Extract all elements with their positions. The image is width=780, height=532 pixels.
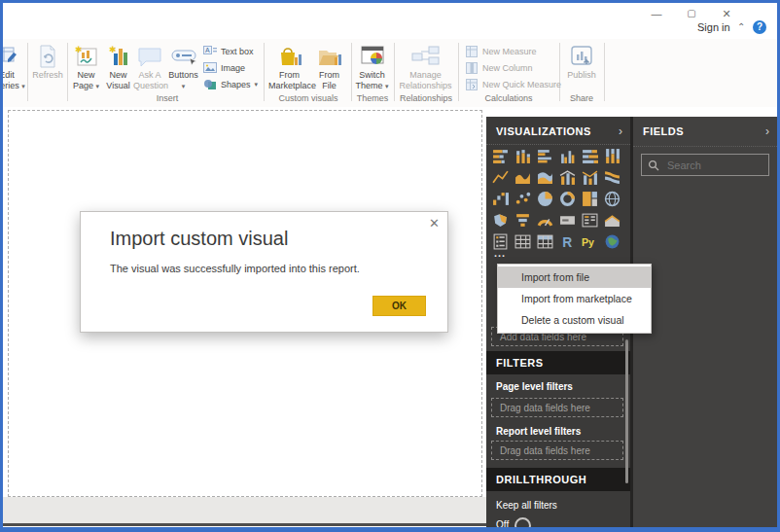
gauge-icon[interactable] (537, 212, 553, 229)
group-label-themes: Themes (345, 93, 400, 103)
report-level-filters-label: Report level filters (496, 426, 581, 437)
divider (486, 144, 630, 145)
collapse-panel-chevron-icon[interactable]: › (765, 124, 769, 138)
100-stacked-column-chart-icon[interactable] (604, 148, 620, 164)
multi-row-card-icon[interactable] (582, 212, 598, 229)
import-custom-visual-dialog: ✕ Import custom visual The visual was su… (80, 211, 448, 333)
search-input[interactable] (665, 159, 766, 172)
card-icon[interactable] (559, 212, 576, 229)
search-icon (648, 160, 659, 171)
100-stacked-bar-chart-icon[interactable] (582, 148, 598, 164)
python-visual-icon[interactable]: Py (582, 233, 598, 250)
dialog-message: The visual was successfully imported int… (110, 263, 360, 274)
clustered-column-chart-icon[interactable] (559, 148, 576, 164)
report-level-filters-well[interactable]: Drag data fields here (491, 441, 623, 460)
sign-in-button[interactable]: Sign in (697, 21, 730, 33)
area-chart-icon[interactable] (514, 169, 531, 186)
filled-map-icon[interactable] (492, 212, 509, 229)
minimize-button[interactable]: — (647, 6, 666, 21)
clustered-bar-chart-icon[interactable] (537, 148, 553, 164)
kpi-icon[interactable] (604, 212, 620, 229)
line-and-stacked-column-chart-icon[interactable] (559, 169, 576, 186)
dialog-close-icon[interactable]: ✕ (429, 216, 440, 231)
ribbon-separator (27, 43, 28, 101)
edit-queries-button[interactable]: Edit Queries ▾ (0, 43, 26, 92)
group-label-relationships: Relationships (397, 93, 455, 103)
ask-a-question-button[interactable]: Ask A Question (133, 43, 166, 92)
svg-text:✱: ✱ (109, 45, 117, 54)
shapes-icon (203, 79, 217, 90)
ribbon-separator (394, 43, 395, 101)
page-level-filters-well[interactable]: Drag data fields here (491, 398, 623, 417)
fields-panel: FIELDS › (633, 117, 777, 527)
dropdown-caret-icon: ▾ (385, 83, 389, 89)
stacked-column-chart-icon[interactable] (514, 148, 531, 164)
ribbon-chart-icon[interactable] (604, 169, 620, 186)
refresh-button[interactable]: Refresh (29, 43, 66, 81)
fields-search-box (641, 154, 769, 176)
line-chart-icon[interactable] (492, 169, 509, 186)
edit-queries-icon (0, 43, 26, 70)
buttons-button[interactable]: Buttons ▾ (167, 43, 199, 92)
quick-measure-icon (466, 79, 479, 90)
new-column-button[interactable]: New Column (466, 60, 533, 75)
from-file-button[interactable]: From File (313, 43, 345, 92)
stacked-bar-chart-icon[interactable] (492, 148, 509, 164)
keep-all-filters-label: Keep all filters (496, 500, 557, 511)
ribbon-separator (264, 43, 265, 101)
group-label-insert: Insert (138, 93, 196, 103)
ribbon-separator (458, 43, 459, 101)
buttons-icon (167, 43, 199, 70)
manage-relationships-button[interactable]: Manage Relationships (397, 43, 454, 92)
title-bar: — ▢ ✕ Sign in ⌃ ? (3, 3, 777, 39)
shapes-button[interactable]: Shapes ▾ (203, 77, 258, 91)
collapse-panel-chevron-icon[interactable]: › (619, 124, 622, 138)
collapse-ribbon-icon[interactable]: ⌃ (737, 21, 745, 32)
new-page-button[interactable]: ✱ New Page ▾ (70, 43, 102, 92)
group-label-calculations: Calculations (470, 93, 548, 103)
waterfall-chart-icon[interactable] (492, 191, 509, 207)
more-options-icon[interactable]: ... (494, 247, 506, 259)
close-button[interactable]: ✕ (717, 6, 736, 21)
new-quick-measure-button[interactable]: New Quick Measure (466, 77, 561, 91)
folder-icon (313, 43, 345, 70)
help-icon[interactable]: ? (753, 20, 766, 34)
page-level-filters-label: Page level filters (496, 381, 573, 392)
menu-item-import-from-marketplace[interactable]: Import from marketplace (498, 288, 651, 309)
new-measure-button[interactable]: New Measure (466, 44, 537, 58)
switch-theme-button[interactable]: Switch Theme ▾ (354, 43, 390, 92)
matrix-icon[interactable] (537, 233, 553, 250)
table-icon[interactable] (514, 233, 531, 250)
stacked-area-chart-icon[interactable] (537, 169, 553, 186)
panel-scrollbar[interactable] (625, 339, 628, 483)
publish-button[interactable]: Publish (563, 43, 600, 81)
ribbon-separator (604, 43, 605, 101)
text-box-icon: A (203, 46, 217, 57)
relationships-icon (397, 43, 454, 70)
svg-text:A: A (205, 47, 210, 53)
arcgis-map-icon[interactable] (604, 233, 620, 250)
image-button[interactable]: Image (203, 60, 245, 75)
scatter-chart-icon[interactable] (514, 191, 531, 207)
line-and-clustered-column-chart-icon[interactable] (582, 169, 598, 186)
ok-button[interactable]: OK (372, 296, 426, 316)
menu-item-import-from-file[interactable]: Import from file (498, 266, 651, 288)
r-script-visual-icon[interactable]: R (559, 233, 576, 250)
from-marketplace-button[interactable]: From Marketplace (268, 43, 310, 92)
maximize-button[interactable]: ▢ (682, 6, 701, 21)
menu-item-delete-a-custom-visual[interactable]: Delete a custom visual (498, 309, 651, 331)
new-visual-button[interactable]: ✱ New Visual (103, 43, 133, 92)
svg-text:Py: Py (582, 236, 594, 248)
new-visual-icon: ✱ (103, 43, 133, 70)
funnel-icon[interactable] (514, 212, 531, 229)
column-table-icon (466, 62, 479, 74)
speech-bubble-icon (133, 43, 166, 70)
map-icon[interactable] (604, 191, 620, 207)
dropdown-caret-icon: ▾ (255, 81, 259, 89)
treemap-icon[interactable] (582, 191, 598, 207)
keep-all-filters-toggle[interactable]: Off (496, 517, 531, 532)
donut-chart-icon[interactable] (559, 191, 576, 207)
text-box-button[interactable]: A Text box (203, 44, 254, 58)
dropdown-caret-icon: ▾ (96, 83, 100, 89)
pie-chart-icon[interactable] (537, 191, 553, 207)
